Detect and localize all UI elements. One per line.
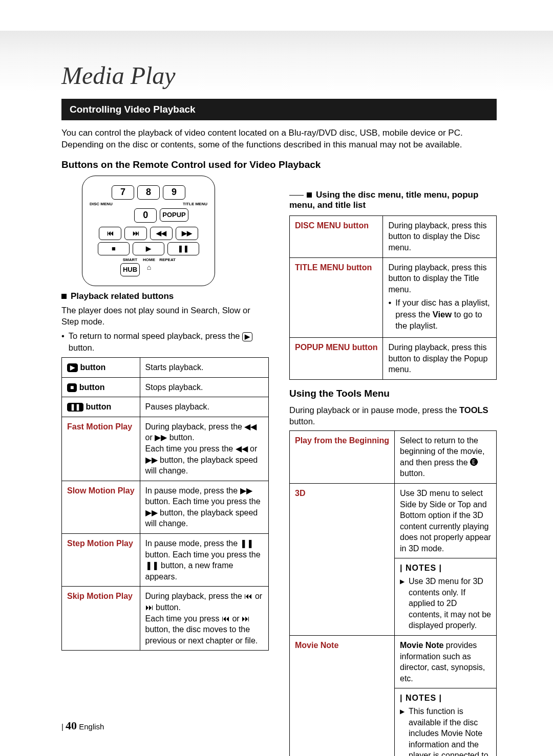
tools-table: Play from the Beginning Select to return… [289,430,497,756]
menu-using-header: Using the disc menu, title menu, popup m… [289,190,497,210]
table-row: ▶ button Starts playback. [62,357,269,377]
remote-key-0: 0 [134,208,157,223]
remote-key-play: ▶ [133,242,164,255]
table-row: 3D Use 3D menu to select Side by Side or… [290,483,497,558]
remote-label-titlemenu: TITLE MENU [183,202,207,206]
play-icon: ▶ [242,332,252,341]
subhead-remote: Buttons on the Remote Control used for V… [61,159,497,170]
section-bar: Controlling Video Playback [61,99,497,120]
intro-text: You can control the playback of video co… [61,127,497,151]
table-row: Movie Note Movie Note provides informati… [290,636,497,688]
return-bullet: • To return to normal speed playback, pr… [61,330,269,353]
remote-label-repeat: REPEAT [159,257,176,262]
remote-key-prev: ⏮ [99,227,121,240]
remote-key-8: 8 [137,185,160,200]
table-row: Play from the Beginning Select to return… [290,430,497,483]
table-row: Skip Motion Play During playback, press … [62,587,269,651]
triangle-icon: ▶ [400,707,405,756]
remote-label-discmenu: DISC MENU [90,202,113,206]
table-row: Slow Motion Play In pause mode, press th… [62,481,269,533]
triangle-icon: ▶ [400,577,405,631]
remote-key-popup: POPUP [160,208,188,222]
remote-key-rew: ◀◀ [150,227,173,240]
remote-label-smart: SMART [123,257,137,262]
remote-key-9: 9 [163,185,185,200]
chapter-title: Media Play [61,61,507,90]
remote-key-stop: ■ [98,242,130,255]
remote-diagram: 7 8 9 DISC MENU TITLE MENU [82,176,215,286]
remote-key-hub: HUB [120,263,140,276]
remote-key-next: ⏭ [124,227,147,240]
table-row: POPUP MENU button During playback, press… [290,338,497,380]
playback-table: ▶ button Starts playback. ■ button Stops… [61,357,269,651]
table-row: ■ button Stops playback. [62,377,269,397]
remote-key-pause: ❚❚ [167,242,199,255]
table-row: ❚❚ button Pauses playback. [62,397,269,417]
home-icon: ⌂ [147,263,151,271]
menu-table: DISC MENU button During playback, press … [289,215,497,380]
remote-key-ff: ▶▶ [176,227,198,240]
remote-key-7: 7 [112,185,134,200]
remote-label-home: HOME [143,257,155,262]
table-row: DISC MENU button During playback, press … [290,215,497,257]
playback-body: The player does not play sound in Search… [61,305,269,328]
table-row: Step Motion Play In pause mode, press th… [62,534,269,587]
playback-related-header: Playback related buttons [61,291,269,301]
tools-header: Using the Tools Menu [289,388,486,399]
tools-intro: During playback or in pause mode, press … [289,404,497,427]
table-row: Fast Motion Play During playback, press … [62,417,269,481]
table-row: TITLE MENU button During playback, press… [290,257,497,338]
